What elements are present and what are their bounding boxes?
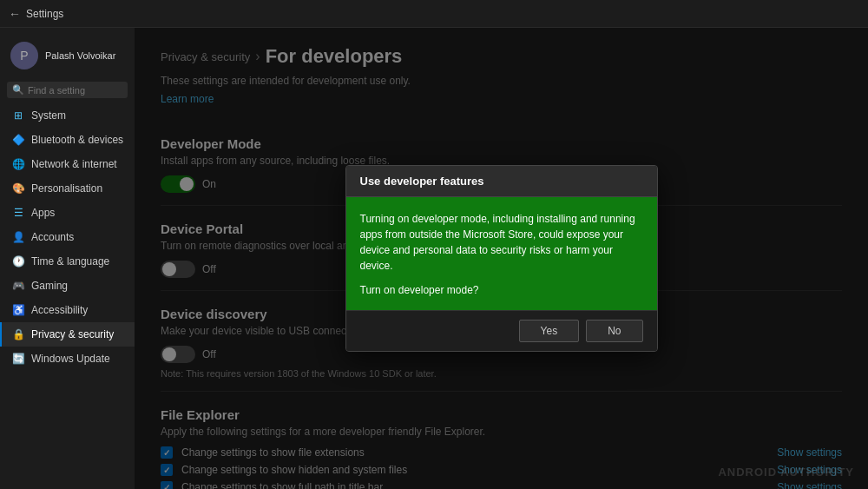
modal-body: Turning on developer mode, including ins… [346, 197, 657, 310]
sidebar-label-personalisation: Personalisation [31, 182, 102, 195]
network-icon: 🌐 [12, 158, 24, 170]
sidebar-item-accessibility[interactable]: ♿ Accessibility [0, 298, 135, 322]
sidebar-label-privacy: Privacy & security [31, 328, 114, 340]
sidebar-item-time[interactable]: 🕐 Time & language [0, 249, 135, 274]
accessibility-icon: ♿ [12, 304, 24, 316]
modal-header: Use developer features [346, 166, 657, 197]
time-icon: 🕐 [12, 255, 24, 268]
main-content: Privacy & security › For developers Thes… [135, 28, 868, 489]
sidebar: P Palash Volvoikar 🔍 ⊞ System 🔷 Bluetoot… [0, 28, 135, 489]
personalise-icon: 🎨 [12, 182, 24, 195]
sidebar-item-personalisation[interactable]: 🎨 Personalisation [0, 176, 135, 201]
sidebar-label-accounts: Accounts [31, 231, 74, 243]
sidebar-label-update: Windows Update [31, 353, 110, 365]
sidebar-label-accessibility: Accessibility [31, 304, 88, 316]
update-icon: 🔄 [12, 353, 24, 365]
sidebar-item-privacy[interactable]: 🔒 Privacy & security [0, 322, 135, 347]
sidebar-label-time: Time & language [31, 255, 109, 268]
sidebar-item-apps[interactable]: ☰ Apps [0, 201, 135, 225]
modal-body-text: Turning on developer mode, including ins… [360, 211, 643, 274]
modal-overlay: Use developer features Turning on develo… [135, 28, 868, 489]
search-icon: 🔍 [12, 84, 24, 96]
privacy-icon: 🔒 [12, 328, 24, 340]
back-button[interactable]: ← [9, 7, 21, 21]
app-title: Settings [26, 8, 63, 20]
apps-icon: ☰ [12, 207, 24, 219]
avatar: P [10, 42, 38, 69]
gaming-icon: 🎮 [12, 280, 24, 292]
app-body: P Palash Volvoikar 🔍 ⊞ System 🔷 Bluetoot… [0, 28, 868, 489]
modal-footer: Yes No [346, 310, 657, 351]
modal-dialog: Use developer features Turning on develo… [345, 165, 658, 352]
search-box[interactable]: 🔍 [7, 82, 128, 98]
sidebar-label-apps: Apps [31, 207, 55, 219]
modal-yes-button[interactable]: Yes [519, 320, 580, 342]
sidebar-label-network: Network & internet [31, 158, 117, 170]
user-name: Palash Volvoikar [45, 50, 115, 62]
sidebar-item-accounts[interactable]: 👤 Accounts [0, 225, 135, 249]
sidebar-item-gaming[interactable]: 🎮 Gaming [0, 274, 135, 298]
system-icon: ⊞ [12, 109, 24, 122]
user-profile[interactable]: P Palash Volvoikar [0, 35, 135, 76]
modal-no-button[interactable]: No [586, 320, 642, 342]
sidebar-label-gaming: Gaming [31, 280, 68, 292]
sidebar-item-update[interactable]: 🔄 Windows Update [0, 347, 135, 371]
search-input[interactable] [28, 85, 122, 96]
bluetooth-icon: 🔷 [12, 134, 24, 146]
sidebar-label-bluetooth: Bluetooth & devices [31, 134, 123, 146]
title-bar: ← Settings [0, 0, 868, 28]
accounts-icon: 👤 [12, 231, 24, 243]
sidebar-item-network[interactable]: 🌐 Network & internet [0, 152, 135, 176]
sidebar-label-system: System [31, 109, 66, 122]
sidebar-item-bluetooth[interactable]: 🔷 Bluetooth & devices [0, 128, 135, 152]
modal-question: Turn on developer mode? [360, 284, 643, 296]
sidebar-item-system[interactable]: ⊞ System [0, 103, 135, 128]
